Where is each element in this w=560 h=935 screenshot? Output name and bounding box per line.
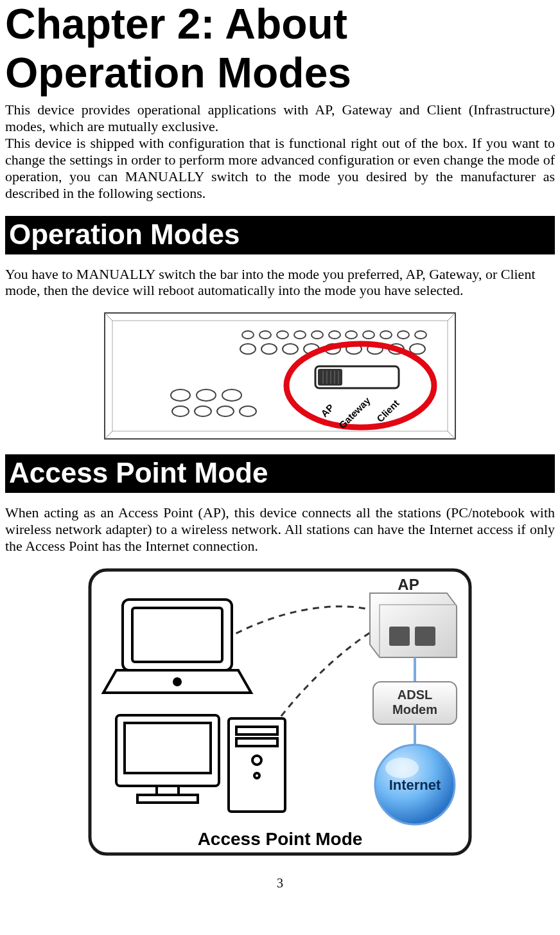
figure-device-switch: AP Gateway Client [5,312,555,440]
chapter-title: Chapter 2: About Operation Modes [5,0,555,98]
svg-rect-42 [132,608,222,662]
svg-rect-49 [236,727,277,735]
ap-label: AP [398,576,419,593]
section-heading-access-point-mode: Access Point Mode [5,454,555,493]
intro-paragraph-1: This device provides operational applica… [5,102,555,135]
section-heading-operation-modes: Operation Modes [5,216,555,254]
svg-point-59 [385,758,419,778]
svg-point-43 [174,679,180,685]
laptop-icon [103,600,251,693]
internet-icon: Internet [375,745,455,824]
svg-point-51 [252,756,261,765]
svg-rect-45 [125,723,211,773]
adsl-modem-icon: ADSL Modem [373,682,457,724]
page-number: 3 [5,876,555,891]
svg-rect-50 [236,738,277,746]
svg-text:Modem: Modem [392,702,437,717]
section2-paragraph: When acting as an Access Point (AP), thi… [5,504,555,555]
section1-paragraph: You have to MANUALLY switch the bar into… [5,266,555,299]
svg-rect-53 [389,627,410,646]
svg-text:ADSL: ADSL [398,688,432,702]
tower-icon [229,718,285,812]
device-switch-illustration: AP Gateway Client [103,312,457,440]
figure-access-point-mode: AP ADSL Modem ADSL Modem Internet Access… [5,567,555,857]
internet-label: Internet [389,777,441,793]
svg-rect-54 [415,627,435,646]
svg-rect-47 [137,795,198,803]
intro-paragraph-2: This device is shipped with configuratio… [5,135,555,202]
svg-point-52 [254,773,259,778]
access-point-diagram: AP ADSL Modem ADSL Modem Internet Access… [87,567,473,857]
mode-switch-icon [315,366,399,388]
svg-rect-46 [157,786,179,795]
figure-caption: Access Point Mode [198,829,363,849]
